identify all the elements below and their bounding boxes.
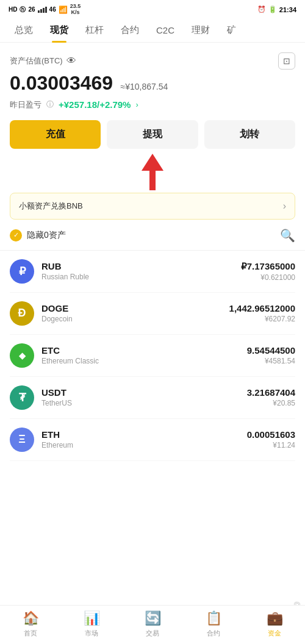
status-bar: HD ⓗ 26 46 📶 23.5K/s ⏰ 🔋 21:34: [0, 0, 305, 18]
check-icon[interactable]: ✓: [10, 229, 22, 242]
eth-cny: ¥11.24: [247, 441, 295, 449]
eye-icon[interactable]: 👁: [66, 55, 76, 66]
nav-funds-label: 资金: [268, 629, 281, 638]
list-item: ₽ RUB Russian Ruble ₽7.17365000 ¥0.62100…: [10, 251, 295, 293]
bnb-text: 小额资产兑换BNB: [19, 201, 83, 212]
tab-overview[interactable]: 总览: [6, 18, 41, 42]
bottom-nav: 🏠 首页 📊 市场 🔄 交易 📋 合约 💼 资金: [0, 605, 305, 644]
rub-amount: ₽7.17365000: [241, 261, 295, 272]
usdt-icon: ₮: [10, 385, 34, 410]
nav-futures-label: 合约: [207, 629, 220, 638]
tab-futures[interactable]: 合约: [112, 18, 148, 42]
usdt-cny: ¥20.85: [247, 399, 295, 407]
rub-name: Russian Ruble: [41, 273, 241, 281]
rub-cny: ¥0.621000: [241, 273, 295, 282]
bnb-banner[interactable]: 小额资产兑换BNB ›: [10, 193, 295, 220]
eth-info: ETH Ethereum: [41, 429, 247, 449]
doge-icon: Ð: [10, 301, 34, 326]
nav-futures[interactable]: 📋 合约: [183, 606, 244, 644]
asset-list: ₽ RUB Russian Ruble ₽7.17365000 ¥0.62100…: [10, 251, 295, 461]
battery-icon: 🔋: [268, 5, 277, 13]
tab-finance[interactable]: 理财: [183, 18, 218, 42]
list-item: Ξ ETH Ethereum 0.00051603 ¥11.24: [10, 419, 295, 461]
filter-left: ✓ 隐藏0资产: [10, 229, 66, 242]
deposit-button[interactable]: 充值: [10, 120, 101, 149]
usdt-amount: 3.21687404: [247, 387, 295, 398]
assets-filter: ✓ 隐藏0资产 🔍: [10, 228, 295, 243]
hd-indicator: HD: [9, 6, 17, 13]
pnl-info-icon: ⓘ: [46, 99, 54, 110]
etc-symbol: ETC: [41, 345, 247, 356]
home-icon: 🏠: [23, 610, 39, 626]
network-type: 46: [49, 6, 56, 13]
pnl-value: +¥257.18/+2.79%: [59, 99, 131, 110]
asset-header: 资产估值(BTC) 👁 ⊡: [10, 52, 295, 70]
asset-label-text: 资产估值(BTC): [10, 55, 63, 66]
arrow-shaft: [149, 171, 156, 190]
pnl-chevron: ›: [135, 100, 138, 109]
tab-spot[interactable]: 现货: [41, 18, 77, 42]
futures-icon: 📋: [206, 610, 222, 626]
funds-icon: 💼: [267, 610, 283, 626]
tab-margin[interactable]: 杠杆: [77, 18, 112, 42]
market-icon: 📊: [84, 610, 100, 626]
trade-icon: 🔄: [145, 610, 161, 626]
network-speed: 23.5K/s: [70, 4, 81, 16]
doge-info: DOGE Dogecoin: [41, 303, 229, 323]
nav-market[interactable]: 📊 市场: [61, 606, 122, 644]
transfer-button[interactable]: 划转: [204, 120, 295, 149]
arrow-annotation: [10, 154, 295, 190]
doge-symbol: DOGE: [41, 303, 229, 313]
withdraw-button[interactable]: 提现: [107, 120, 198, 149]
nav-home[interactable]: 🏠 首页: [0, 606, 61, 644]
etc-balance: 9.54544500 ¥4581.54: [247, 345, 295, 365]
network-indicator: ⓗ: [20, 5, 26, 14]
doge-name: Dogecoin: [41, 315, 229, 323]
eth-amount: 0.00051603: [247, 429, 295, 440]
rub-icon: ₽: [10, 259, 34, 284]
list-item: Ð DOGE Dogecoin 1,442.96512000 ¥6207.92: [10, 293, 295, 335]
main-content: 资产估值(BTC) 👁 ⊡ 0.03003469 ≈¥10,867.54 昨日盈…: [0, 43, 305, 510]
rub-info: RUB Russian Ruble: [41, 261, 241, 281]
red-arrow-group: [142, 154, 163, 190]
bnb-arrow-icon: ›: [283, 201, 286, 212]
rub-symbol: RUB: [41, 261, 241, 271]
bar2: [40, 9, 42, 13]
etc-name: Ethereum Classic: [41, 357, 247, 365]
signal-bars: [38, 7, 47, 13]
status-left: HD ⓗ 26 46 📶 23.5K/s: [9, 4, 81, 16]
nav-trade-label: 交易: [146, 629, 159, 638]
etc-icon: ◆: [10, 343, 34, 368]
bottom-spacer: [10, 461, 295, 510]
asset-value-row: 0.03003469 ≈¥10,867.54: [10, 72, 295, 95]
signal-26: 26: [28, 6, 35, 13]
arrow-head: [142, 154, 163, 171]
tab-c2c[interactable]: C2C: [148, 19, 183, 41]
etc-info: ETC Ethereum Classic: [41, 345, 247, 365]
eth-name: Ethereum: [41, 441, 247, 449]
nav-market-label: 市场: [85, 629, 98, 638]
usdt-balance: 3.21687404 ¥20.85: [247, 387, 295, 407]
eth-balance: 0.00051603 ¥11.24: [247, 429, 295, 449]
list-item: ₮ USDT TetherUS 3.21687404 ¥20.85: [10, 377, 295, 419]
pnl-row: 昨日盈亏 ⓘ +¥257.18/+2.79% ›: [10, 99, 295, 110]
eth-icon: Ξ: [10, 428, 34, 452]
nav-funds[interactable]: 💼 资金: [244, 606, 305, 644]
nav-trade[interactable]: 🔄 交易: [122, 606, 183, 644]
wifi-icon: 📶: [59, 5, 68, 14]
nav-home-label: 首页: [24, 629, 37, 638]
record-icon[interactable]: ⊡: [278, 52, 295, 70]
eth-symbol: ETH: [41, 429, 247, 440]
usdt-info: USDT TetherUS: [41, 387, 247, 407]
etc-cny: ¥4581.54: [247, 357, 295, 365]
bar4: [45, 7, 47, 13]
btc-value: 0.03003469: [10, 72, 113, 94]
alarm-icon: ⏰: [257, 5, 266, 13]
record-symbol: ⊡: [283, 56, 290, 66]
tab-mining[interactable]: 矿: [218, 18, 245, 42]
asset-label: 资产估值(BTC) 👁: [10, 55, 76, 66]
usdt-name: TetherUS: [41, 399, 247, 407]
search-icon[interactable]: 🔍: [280, 228, 295, 243]
doge-amount: 1,442.96512000: [229, 303, 295, 313]
list-item: ◆ ETC Ethereum Classic 9.54544500 ¥4581.…: [10, 335, 295, 377]
